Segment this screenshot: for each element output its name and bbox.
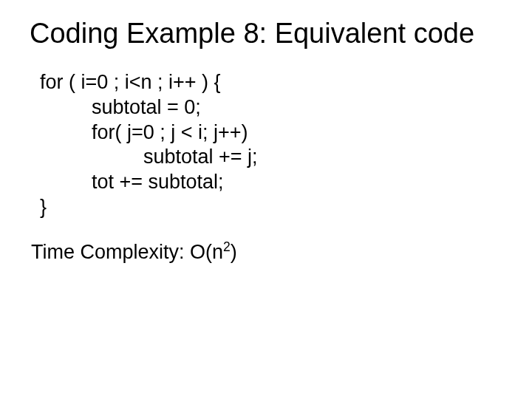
code-line-2: subtotal = 0; xyxy=(40,95,502,120)
code-line-6: } xyxy=(40,195,502,220)
complexity-exponent: 2 xyxy=(223,239,231,254)
code-block: for ( i=0 ; i<n ; i++ ) { subtotal = 0; … xyxy=(40,70,502,220)
code-line-3: for( j=0 ; j < i; j++) xyxy=(40,120,502,146)
code-line-5: tot += subtotal; xyxy=(40,170,502,195)
complexity-prefix: Time Complexity: O(n xyxy=(31,241,223,263)
time-complexity: Time Complexity: O(n2) xyxy=(31,241,502,264)
slide: Coding Example 8: Equivalent code for ( … xyxy=(0,0,532,399)
slide-title: Coding Example 8: Equivalent code xyxy=(30,18,502,50)
code-line-1: for ( i=0 ; i<n ; i++ ) { xyxy=(40,70,502,95)
complexity-suffix: ) xyxy=(231,241,237,263)
code-line-4: subtotal += j; xyxy=(40,145,502,170)
